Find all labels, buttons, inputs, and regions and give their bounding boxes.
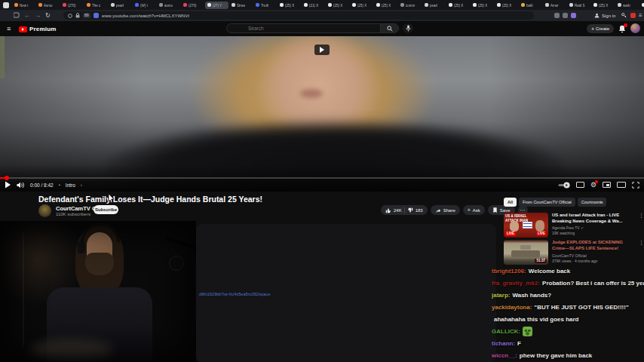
browser-tab[interactable]: pearl xyxy=(422,2,446,9)
chat-message[interactable]: jatarp: Wash hands? xyxy=(492,289,644,301)
chat-username[interactable]: jatarp: xyxy=(492,292,510,299)
browser-menu-icon[interactable]: ≡ xyxy=(639,10,642,21)
browser-tab[interactable]: (25) X xyxy=(591,2,615,9)
chat-username[interactable]: wiccn__: xyxy=(492,352,517,359)
browser-tab[interactable]: (25) X xyxy=(446,2,470,9)
theater-mode-button[interactable] xyxy=(617,182,626,188)
profile-icon[interactable] xyxy=(594,13,600,18)
sign-in-button[interactable]: Sign in xyxy=(602,14,615,18)
kebab-menu-icon[interactable]: ⋮ xyxy=(639,213,644,219)
suggested-video-channel[interactable]: CourtCamTV Official xyxy=(552,253,587,258)
thumbs-down-icon[interactable] xyxy=(407,207,413,213)
video-thumbnail[interactable]: US & ISRAEL ATTACK IRAN LIVE LIVE xyxy=(504,213,548,238)
browser-tab[interactable]: (270) xyxy=(181,2,204,9)
reload-button[interactable]: ↻ xyxy=(45,10,51,21)
chat-username[interactable]: GALLICK: xyxy=(492,328,520,335)
extension-icon[interactable] xyxy=(554,13,560,18)
suggested-video-title[interactable]: US and Israel Attack Iran - LIVE Breakin… xyxy=(552,213,636,224)
browser-tab[interactable]: Strea xyxy=(229,2,253,9)
browser-tab[interactable]: The c xyxy=(84,2,108,9)
suggested-video[interactable]: US & ISRAEL ATTACK IRAN LIVE LIVE US and… xyxy=(504,213,644,238)
url-text[interactable]: www.youtube.com/watch?v=HMCLXYWNVt xyxy=(102,14,190,18)
browser-tab[interactable]: (W) t xyxy=(133,2,156,9)
browser-tab[interactable]: New t xyxy=(12,2,35,9)
ask-button[interactable]: + Ask xyxy=(463,205,485,215)
browser-tab[interactable]: (25) X xyxy=(326,2,349,9)
browser-tab[interactable]: (25) X xyxy=(471,2,494,9)
fullscreen-button[interactable] xyxy=(632,182,639,189)
chat-username[interactable]: tbright1206: xyxy=(492,268,526,275)
site-info-icon[interactable] xyxy=(68,14,72,18)
kebab-menu-icon[interactable]: ⋮ xyxy=(639,240,644,246)
browser-tab[interactable]: warb xyxy=(615,2,639,9)
split-view-icon[interactable] xyxy=(14,10,20,21)
browser-tab[interactable]: (25) X xyxy=(374,2,397,9)
dislike-count[interactable]: 183 xyxy=(416,208,423,213)
search-input[interactable] xyxy=(227,25,370,32)
subscribe-button[interactable]: Subscribe xyxy=(94,205,118,214)
chat-message[interactable]: GALLICK: xyxy=(492,325,644,337)
subtitles-button[interactable] xyxy=(576,182,584,188)
suggested-video-channel[interactable]: Agenda Free TV ✓ xyxy=(552,225,584,230)
chat-message[interactable]: tichann: F xyxy=(492,338,644,350)
notifications-button[interactable] xyxy=(618,25,626,33)
play-overlay-button[interactable] xyxy=(314,44,330,55)
browser-tab[interactable]: comm xyxy=(398,2,422,9)
browser-tab[interactable]: (25) X xyxy=(278,2,301,9)
youtube-logo[interactable]: Premium xyxy=(19,26,57,32)
guide-menu-icon[interactable]: ≡ xyxy=(7,21,11,36)
chat-username[interactable]: fra_gravity_mk2: xyxy=(492,280,540,287)
browser-tab[interactable]: Amer xyxy=(543,2,566,9)
play-button[interactable] xyxy=(5,181,11,189)
browser-tab[interactable]: (25) X xyxy=(350,2,373,9)
filter-chip[interactable]: All xyxy=(504,198,517,207)
zoom-badge[interactable]: 89 xyxy=(83,13,90,18)
search-button[interactable] xyxy=(381,23,399,33)
video-player[interactable]: 0:00 / 8:42 • Intro › ⚙ xyxy=(0,36,644,192)
share-button[interactable]: Share xyxy=(431,205,460,215)
miniplayer-button[interactable] xyxy=(603,182,611,188)
account-avatar[interactable] xyxy=(630,23,640,33)
chat-message[interactable]: tbright1206: Welcome back xyxy=(492,265,644,277)
address-bar[interactable]: 89 www.youtube.com/watch?v=HMCLXYWNVt xyxy=(63,11,534,20)
chapter-chevron-icon[interactable]: › xyxy=(81,183,82,187)
browser-tab[interactable]: (25) X xyxy=(495,2,518,9)
browser-tab[interactable]: (27) Y xyxy=(205,2,228,9)
like-count[interactable]: 24K xyxy=(394,208,402,213)
browser-tab[interactable]: battl xyxy=(519,2,542,9)
extension-icon[interactable] xyxy=(563,13,568,18)
browser-tab[interactable]: (21) X xyxy=(302,2,325,9)
suggested-video[interactable]: 51:37 Judge EXPLODES at SICKENING Crime—… xyxy=(504,240,644,265)
filter-chip[interactable]: From CourtCamTV Official xyxy=(519,198,575,207)
chat-message[interactable]: yackidaytona: "BUT HE JUST GOT HIS GED!!… xyxy=(492,301,644,313)
chips-chevron-icon[interactable]: › xyxy=(600,198,602,207)
description-link[interactable]: d9ht1929bb7ist-hU4z5ea5m282/space xyxy=(199,292,271,296)
browser-tab[interactable]: pearl xyxy=(109,2,132,9)
autoplay-toggle[interactable] xyxy=(558,182,570,189)
browser-tab[interactable]: (25) X xyxy=(639,2,644,9)
browser-tab[interactable]: Raid S xyxy=(567,2,590,9)
chat-username[interactable]: yackidaytona: xyxy=(492,304,532,311)
thumbs-up-icon[interactable] xyxy=(385,207,391,213)
notification-flag-icon[interactable] xyxy=(630,13,636,18)
chat-message[interactable]: ahahahaha this vid goes hard xyxy=(492,313,644,325)
extension-icon[interactable] xyxy=(94,13,99,18)
create-button[interactable]: + Create xyxy=(587,24,614,33)
channel-avatar[interactable] xyxy=(38,204,51,217)
chat-username[interactable]: tichann: xyxy=(492,340,515,347)
chapter-title[interactable]: Intro xyxy=(66,183,75,188)
forward-button[interactable]: → xyxy=(35,10,41,21)
browser-tab[interactable]: Asmo xyxy=(36,2,60,9)
browser-tab[interactable]: asmo xyxy=(157,2,180,9)
back-button[interactable]: ← xyxy=(24,10,30,21)
chat-message[interactable]: fra_gravity_mk2: Probation? Best i can o… xyxy=(492,277,644,289)
suggested-video-title[interactable]: Judge EXPLODES at SICKENING Crime—SLAPS … xyxy=(552,240,636,251)
key-icon[interactable] xyxy=(621,13,627,18)
extension-icon[interactable] xyxy=(571,13,576,18)
voice-search-button[interactable] xyxy=(403,23,413,33)
chat-message[interactable]: wiccn__: phew they gave him back xyxy=(492,350,644,362)
settings-button[interactable]: ⚙ xyxy=(590,182,596,189)
filter-chip[interactable]: Courtrooms xyxy=(578,198,607,207)
video-thumbnail[interactable]: 51:37 xyxy=(504,240,548,265)
volume-icon[interactable] xyxy=(17,182,25,189)
